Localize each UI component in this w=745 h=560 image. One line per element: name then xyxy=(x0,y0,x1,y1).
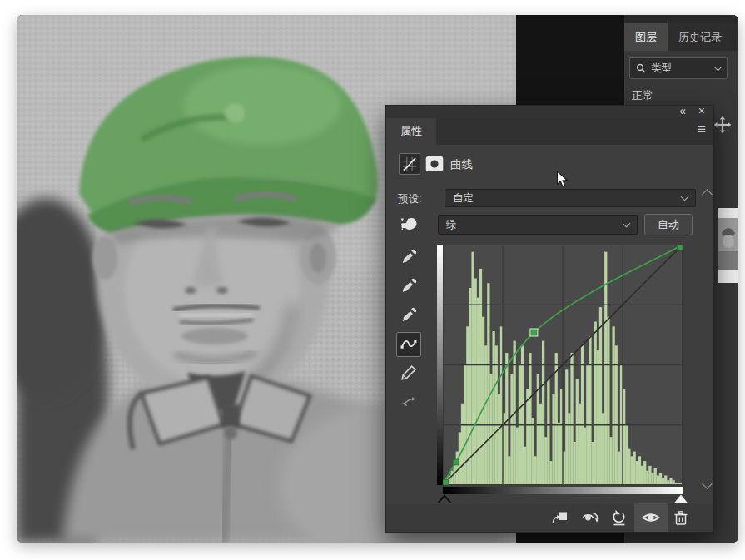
eye-arrow-icon xyxy=(581,508,601,527)
blend-mode-value[interactable]: 正常 xyxy=(632,88,653,103)
scroll-down-button[interactable] xyxy=(702,478,713,489)
scroll-up-button[interactable] xyxy=(702,189,713,200)
black-eyedropper-button[interactable] xyxy=(399,247,419,267)
reset-button[interactable] xyxy=(609,508,629,528)
input-gradient-horizontal xyxy=(443,487,683,494)
layer-filter-type[interactable]: 类型 xyxy=(629,57,728,79)
preset-value: 自定 xyxy=(453,191,474,206)
curves-grid-icon xyxy=(401,156,418,172)
dock-top-strip xyxy=(624,15,738,23)
panel-footer xyxy=(386,503,713,532)
eye-icon xyxy=(641,508,661,527)
white-eyedropper-button[interactable] xyxy=(399,305,419,325)
chevron-down-icon xyxy=(681,193,689,201)
layer-thumbnail[interactable] xyxy=(718,208,738,283)
chevron-down-icon xyxy=(714,63,723,72)
curve-wave-icon xyxy=(399,335,419,354)
adjustment-title: 曲线 xyxy=(450,157,473,172)
panel-title-bar[interactable]: « × xyxy=(386,106,713,119)
panel-menu-button[interactable]: ≡ xyxy=(698,121,706,138)
eyedropper-icon xyxy=(400,277,418,295)
tab-properties[interactable]: 属性 xyxy=(386,118,436,145)
clip-to-layer-button[interactable] xyxy=(549,508,569,528)
properties-panel: « × 属性 ≡ 曲线 预设: 自定 xyxy=(385,105,714,533)
smooth-curve-button[interactable] xyxy=(399,392,419,412)
filter-type-label: 类型 xyxy=(651,62,672,76)
targeted-adjustment-icon[interactable] xyxy=(397,213,420,235)
pan-panels-icon[interactable] xyxy=(713,115,733,135)
visibility-button[interactable] xyxy=(634,503,668,532)
eyedropper-icon xyxy=(400,248,418,266)
screenshot-frame: 图层 历史记录 类型 正常 xyxy=(0,0,745,560)
panel-tab-bar: 属性 ≡ xyxy=(386,118,713,145)
clip-to-layer-icon xyxy=(550,508,569,527)
delete-adjustment-button[interactable] xyxy=(671,508,691,528)
auto-button[interactable]: 自动 xyxy=(644,214,693,235)
preset-label: 预设: xyxy=(398,192,421,206)
photoshop-window: 图层 历史记录 类型 正常 xyxy=(17,15,738,543)
pencil-icon xyxy=(400,364,418,382)
chevron-down-icon xyxy=(623,220,631,228)
pencil-tool-button[interactable] xyxy=(399,363,419,383)
view-previous-state-button[interactable] xyxy=(581,508,601,528)
edit-curve-tool-button[interactable] xyxy=(396,332,421,357)
tab-layers[interactable]: 图层 xyxy=(624,23,668,51)
mask-icon[interactable] xyxy=(425,156,444,172)
eyedropper-icon xyxy=(400,306,418,325)
output-gradient-vertical xyxy=(437,245,443,485)
channel-value: 绿 xyxy=(446,218,457,232)
trash-icon xyxy=(672,508,690,527)
search-icon xyxy=(636,63,646,73)
curves-adjustment-icon[interactable] xyxy=(399,153,420,175)
tab-history[interactable]: 历史记录 xyxy=(668,23,733,51)
curves-plot[interactable] xyxy=(443,245,683,485)
close-panel-button[interactable]: × xyxy=(698,103,705,118)
channel-select[interactable]: 绿 xyxy=(438,215,638,235)
preset-select[interactable]: 自定 xyxy=(445,189,696,207)
collapse-panel-button[interactable]: « xyxy=(679,103,686,118)
reset-icon xyxy=(610,508,628,527)
gray-eyedropper-button[interactable] xyxy=(399,276,419,296)
smooth-curve-icon xyxy=(400,393,418,411)
dock-tab-bar: 图层 历史记录 xyxy=(624,23,738,51)
